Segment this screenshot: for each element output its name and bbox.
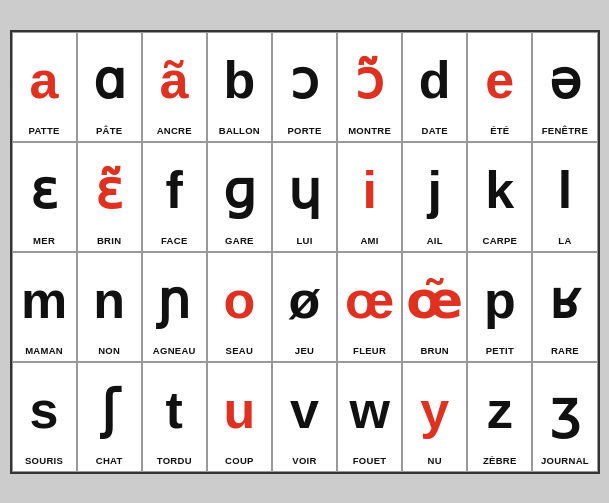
- phonetic-label: MER: [33, 235, 55, 246]
- phonetic-cell: ʁRARE: [532, 252, 597, 362]
- phonetic-label: AMI: [360, 235, 378, 246]
- phonetic-symbol: j: [427, 149, 441, 232]
- phonetic-cell: lLA: [532, 142, 597, 252]
- phonetic-cell: œ̃BRUN: [402, 252, 467, 362]
- phonetic-symbol: t: [166, 369, 183, 452]
- phonetic-symbol: z: [487, 369, 513, 452]
- phonetic-cell: wFOUET: [337, 362, 402, 472]
- phonetic-cell: eÉTÉ: [467, 32, 532, 142]
- phonetic-cell: œFLEUR: [337, 252, 402, 362]
- phonetic-cell: aPATTE: [12, 32, 77, 142]
- phonetic-symbol: m: [21, 259, 67, 342]
- phonetic-symbol: i: [362, 149, 376, 232]
- phonetic-cell: sSOURIS: [12, 362, 77, 472]
- phonetic-cell: dDATE: [402, 32, 467, 142]
- phonetic-label: FLEUR: [353, 345, 386, 356]
- phonetic-label: SOURIS: [25, 455, 63, 466]
- phonetic-cell: fFACE: [142, 142, 207, 252]
- phonetic-symbol: b: [224, 39, 256, 122]
- phonetic-label: PETIT: [486, 345, 514, 356]
- phonetic-symbol: u: [224, 369, 256, 452]
- phonetic-symbol: ã: [160, 39, 189, 122]
- phonetic-symbol: ɥ: [288, 149, 321, 232]
- phonetic-cell: uCOUP: [207, 362, 272, 472]
- phonetic-label: SEAU: [226, 345, 254, 356]
- phonetic-cell: kCARPE: [467, 142, 532, 252]
- phonetic-symbol: œ: [345, 259, 394, 342]
- phonetic-label: MONTRE: [348, 125, 391, 136]
- phonetic-symbol: ɛ: [30, 149, 58, 232]
- phonetic-symbol: v: [290, 369, 319, 452]
- phonetic-symbol: y: [420, 369, 449, 452]
- phonetic-label: FOUET: [353, 455, 387, 466]
- phonetic-cell: jAIL: [402, 142, 467, 252]
- phonetic-cell: bBALLON: [207, 32, 272, 142]
- phonetic-cell: pPETIT: [467, 252, 532, 362]
- ipa-phonetic-table: aPATTEɑPÂTEãANCREbBALLONɔPORTEɔ̃MONTREdD…: [10, 30, 600, 474]
- phonetic-cell: nNON: [77, 252, 142, 362]
- phonetic-symbol: ɔ̃: [355, 39, 384, 122]
- phonetic-symbol: ʃ: [101, 369, 118, 452]
- phonetic-label: ZÈBRE: [483, 455, 517, 466]
- phonetic-cell: oSEAU: [207, 252, 272, 362]
- phonetic-label: NU: [428, 455, 442, 466]
- phonetic-symbol: l: [558, 149, 572, 232]
- phonetic-label: LA: [558, 235, 571, 246]
- phonetic-label: AGNEAU: [153, 345, 196, 356]
- phonetic-label: MAMAN: [25, 345, 63, 356]
- phonetic-label: NON: [98, 345, 120, 356]
- phonetic-symbol: ʁ: [549, 259, 580, 342]
- phonetic-symbol: n: [93, 259, 125, 342]
- phonetic-cell: ʃCHAT: [77, 362, 142, 472]
- phonetic-cell: ãANCRE: [142, 32, 207, 142]
- phonetic-label: BALLON: [219, 125, 260, 136]
- phonetic-label: CHAT: [96, 455, 123, 466]
- phonetic-symbol: ʒ: [550, 369, 580, 452]
- phonetic-label: JOURNAL: [541, 455, 589, 466]
- phonetic-cell: iAMI: [337, 142, 402, 252]
- phonetic-label: BRUN: [420, 345, 449, 356]
- phonetic-label: FENÊTRE: [542, 125, 588, 136]
- phonetic-cell: ɛ̃BRIN: [77, 142, 142, 252]
- phonetic-label: DATE: [422, 125, 448, 136]
- phonetic-cell: yNU: [402, 362, 467, 472]
- phonetic-cell: ɔ̃MONTRE: [337, 32, 402, 142]
- phonetic-symbol: d: [419, 39, 451, 122]
- phonetic-cell: tTORDU: [142, 362, 207, 472]
- phonetic-label: ANCRE: [157, 125, 192, 136]
- phonetic-cell: ɲAGNEAU: [142, 252, 207, 362]
- phonetic-label: TORDU: [157, 455, 192, 466]
- phonetic-symbol: ø: [289, 259, 321, 342]
- phonetic-symbol: ə: [549, 39, 581, 122]
- phonetic-symbol: ɲ: [157, 259, 191, 342]
- phonetic-symbol: o: [224, 259, 256, 342]
- phonetic-label: PORTE: [287, 125, 321, 136]
- phonetic-symbol: ɔ: [290, 39, 319, 122]
- phonetic-label: GARE: [225, 235, 254, 246]
- phonetic-label: FACE: [161, 235, 188, 246]
- phonetic-label: PATTE: [28, 125, 59, 136]
- phonetic-symbol: œ̃: [406, 259, 463, 342]
- phonetic-symbol: p: [484, 259, 516, 342]
- phonetic-cell: ʒJOURNAL: [532, 362, 597, 472]
- phonetic-cell: vVOIR: [272, 362, 337, 472]
- phonetic-cell: ɛMER: [12, 142, 77, 252]
- phonetic-cell: zZÈBRE: [467, 362, 532, 472]
- phonetic-cell: əFENÊTRE: [532, 32, 597, 142]
- phonetic-symbol: a: [30, 39, 59, 122]
- phonetic-symbol: e: [485, 39, 514, 122]
- phonetic-cell: ɡGARE: [207, 142, 272, 252]
- phonetic-label: JEU: [295, 345, 314, 356]
- phonetic-cell: mMAMAN: [12, 252, 77, 362]
- phonetic-label: BRIN: [97, 235, 121, 246]
- phonetic-label: RARE: [551, 345, 579, 356]
- phonetic-label: LUI: [296, 235, 312, 246]
- phonetic-cell: øJEU: [272, 252, 337, 362]
- phonetic-symbol: k: [485, 149, 514, 232]
- phonetic-cell: ɥLUI: [272, 142, 337, 252]
- phonetic-label: VOIR: [292, 455, 316, 466]
- phonetic-label: CARPE: [482, 235, 517, 246]
- phonetic-symbol: w: [349, 369, 389, 452]
- phonetic-label: COUP: [225, 455, 254, 466]
- phonetic-label: AIL: [427, 235, 443, 246]
